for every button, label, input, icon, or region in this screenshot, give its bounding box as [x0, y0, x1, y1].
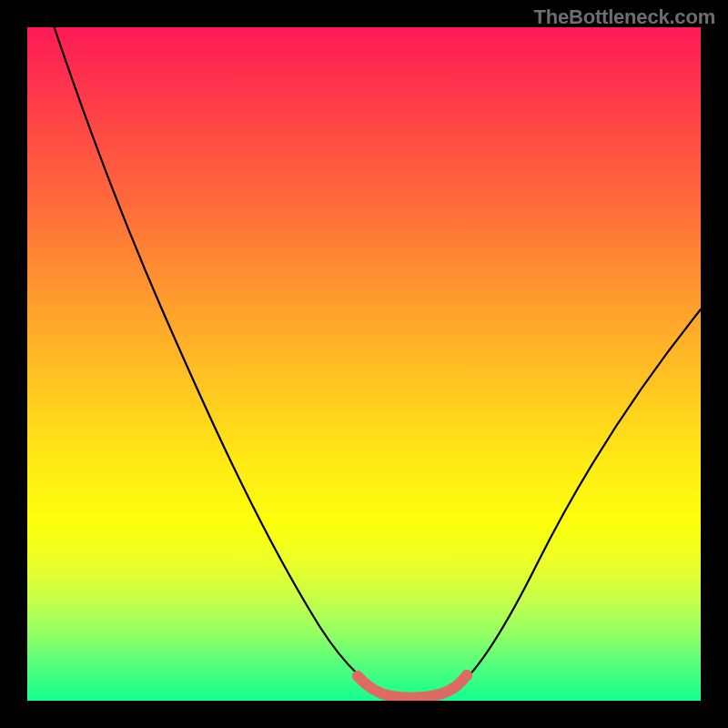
chart-stage: TheBottleneck.com: [0, 0, 728, 728]
highlight-end-left: [352, 671, 363, 682]
plot-area: [27, 27, 701, 701]
chart-svg: [27, 27, 701, 701]
watermark-text: TheBottleneck.com: [533, 5, 715, 29]
highlight-end-right: [461, 670, 472, 681]
bottleneck-curve: [55, 27, 701, 698]
flat-bottom-highlight: [358, 675, 467, 698]
